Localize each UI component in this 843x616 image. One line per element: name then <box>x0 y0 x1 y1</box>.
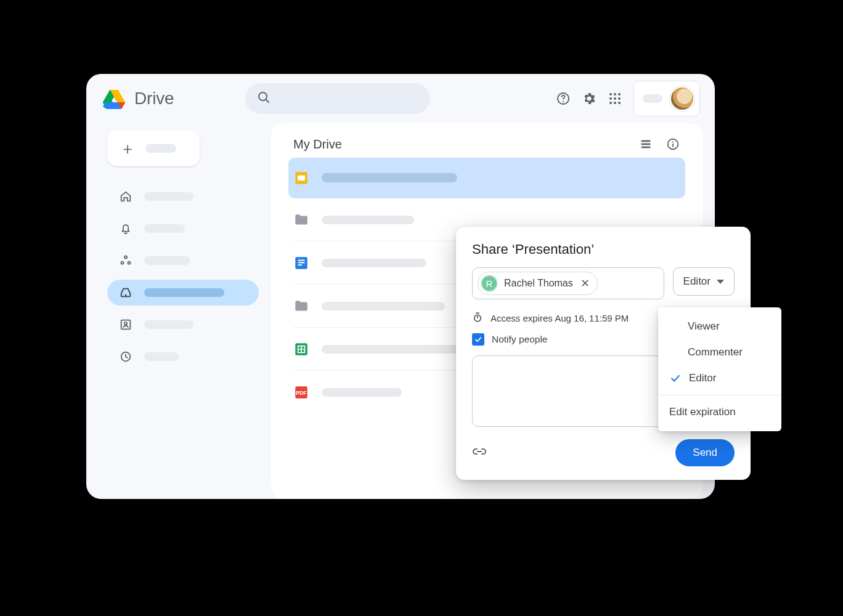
svg-point-19 <box>618 97 621 100</box>
file-name-placeholder <box>322 388 402 397</box>
account-switcher[interactable] <box>633 81 700 116</box>
svg-point-15 <box>614 93 616 95</box>
contacts-icon <box>118 317 133 332</box>
drive-logo-icon <box>101 87 127 110</box>
settings-gear-icon[interactable] <box>582 91 597 106</box>
svg-rect-41 <box>298 264 303 265</box>
header: Drive <box>86 74 715 123</box>
file-name-placeholder <box>322 302 445 310</box>
svg-point-22 <box>618 102 621 104</box>
sidebar-item-home[interactable] <box>107 184 259 209</box>
slides-icon <box>293 170 309 186</box>
notify-label: Notify people <box>492 334 547 345</box>
svg-rect-35 <box>672 144 674 147</box>
pdf-icon: PDF <box>293 384 309 400</box>
person-name: Rachel Thomas <box>504 278 573 289</box>
sidebar: ＋ <box>86 123 271 499</box>
caret-down-icon <box>717 280 724 284</box>
new-button[interactable]: ＋ <box>107 131 200 166</box>
role-option-viewer[interactable]: Viewer <box>658 314 781 339</box>
info-icon[interactable] <box>666 137 680 152</box>
sidebar-nav <box>107 184 259 370</box>
role-label: Editor <box>683 275 711 288</box>
svg-point-13 <box>563 101 564 102</box>
logo[interactable]: Drive <box>101 87 174 110</box>
remove-person-icon[interactable]: ✕ <box>579 277 591 290</box>
svg-point-23 <box>124 256 127 258</box>
sidebar-item-recent[interactable] <box>107 344 259 370</box>
svg-rect-40 <box>298 262 305 263</box>
search-icon <box>256 90 271 107</box>
sheets-icon <box>293 341 309 357</box>
bell-icon <box>118 221 133 236</box>
file-row-slides[interactable] <box>288 158 685 198</box>
new-button-label-placeholder <box>145 144 176 153</box>
svg-point-26 <box>125 294 127 296</box>
page-title: My Drive <box>293 137 342 152</box>
svg-point-21 <box>614 102 616 104</box>
svg-point-20 <box>609 102 612 104</box>
role-menu: Viewer Commenter Editor Edit expiration <box>658 307 781 431</box>
svg-point-14 <box>609 93 612 95</box>
svg-point-25 <box>128 262 130 264</box>
sidebar-item-contacts[interactable] <box>107 312 259 338</box>
main-header: My Drive <box>271 137 702 158</box>
drive-storage-icon <box>118 285 133 300</box>
apps-grid-icon[interactable] <box>608 91 622 106</box>
clock-icon <box>118 349 133 364</box>
svg-point-34 <box>672 141 674 142</box>
svg-point-24 <box>121 262 123 264</box>
list-view-icon[interactable] <box>638 137 653 152</box>
file-name-placeholder <box>322 216 414 224</box>
home-icon <box>118 189 133 204</box>
access-expiry-text: Access expires Aug 16, 11:59 PM <box>491 313 629 323</box>
file-name-placeholder <box>322 259 426 267</box>
svg-rect-30 <box>641 140 651 142</box>
svg-text:PDF: PDF <box>296 390 306 396</box>
svg-rect-39 <box>298 259 305 261</box>
person-chip[interactable]: R Rachel Thomas ✕ <box>478 272 598 295</box>
help-icon[interactable] <box>556 91 571 106</box>
notify-checkbox[interactable] <box>472 333 484 346</box>
svg-point-16 <box>618 93 621 95</box>
docs-icon <box>293 255 309 271</box>
sidebar-item-storage[interactable] <box>107 280 259 306</box>
plus-icon: ＋ <box>120 140 136 156</box>
check-icon <box>669 372 682 384</box>
role-option-edit-expiration[interactable]: Edit expiration <box>658 399 781 425</box>
folder-icon <box>293 212 309 228</box>
copy-link-icon[interactable] <box>472 444 487 461</box>
role-option-editor[interactable]: Editor <box>658 365 781 391</box>
send-button[interactable]: Send <box>675 439 735 466</box>
account-label-placeholder <box>643 94 662 103</box>
svg-point-28 <box>124 322 127 325</box>
search-input[interactable] <box>245 83 430 114</box>
role-dropdown-button[interactable]: Editor <box>673 267 735 296</box>
sidebar-item-activity[interactable] <box>107 216 259 241</box>
person-avatar: R <box>481 275 498 292</box>
svg-rect-32 <box>641 147 651 148</box>
share-people-input[interactable]: R Rachel Thomas ✕ <box>472 267 664 299</box>
file-name-placeholder <box>322 345 460 354</box>
header-actions <box>556 81 700 116</box>
menu-separator <box>658 395 781 395</box>
svg-line-11 <box>266 99 269 102</box>
share-dialog-title: Share ‘Presentation’ <box>472 241 735 257</box>
avatar <box>670 86 694 111</box>
svg-rect-37 <box>298 175 305 180</box>
svg-point-17 <box>609 97 612 100</box>
timer-icon <box>472 312 483 325</box>
sidebar-item-shared[interactable] <box>107 248 259 274</box>
svg-rect-31 <box>641 144 651 145</box>
svg-point-18 <box>614 97 616 100</box>
product-name: Drive <box>134 89 174 108</box>
role-option-commenter[interactable]: Commenter <box>658 339 781 365</box>
file-name-placeholder <box>322 173 457 182</box>
folder-icon <box>293 298 309 314</box>
shared-icon <box>118 253 133 268</box>
